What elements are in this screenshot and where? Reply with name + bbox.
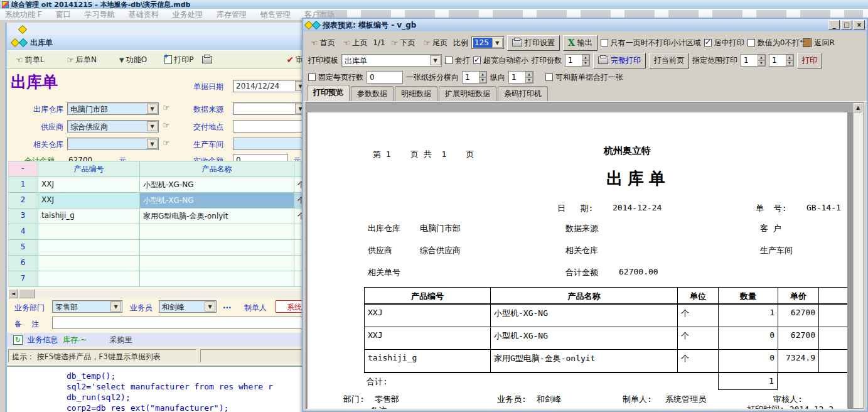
salesman-select[interactable]: 和剑峰 ▼ [159, 300, 217, 313]
spin-down-icon[interactable]: ▼ [479, 77, 486, 83]
checkbox-icon[interactable] [445, 57, 453, 64]
dropdown-arrow-icon[interactable]: ▼ [430, 55, 441, 65]
grid-row-5[interactable]: 5 [8, 240, 328, 256]
menu-business[interactable]: 业务处理 [173, 9, 203, 20]
split-h-stepper[interactable]: 1▲▼ [462, 71, 487, 84]
grid-row-6[interactable]: 6 [8, 256, 328, 271]
tab-detail-data[interactable]: 明细数据 [395, 86, 437, 101]
print-setup-button[interactable]: 打印设置 [507, 35, 560, 51]
cell-name[interactable] [140, 256, 294, 271]
dropdown-arrow-icon[interactable]: ▼ [147, 139, 158, 149]
menu-window[interactable]: 窗口 [56, 9, 71, 20]
cell-code[interactable]: taishiji_g [38, 209, 140, 224]
spin-down-icon[interactable]: ▼ [525, 77, 533, 83]
data-source-select[interactable]: ▼ [233, 102, 307, 115]
dropdown-arrow-icon[interactable]: ▼ [205, 301, 215, 312]
fixed-rows-option[interactable]: 固定每页行数 [308, 72, 363, 83]
cell-code[interactable] [38, 271, 140, 287]
spin-up-icon[interactable]: ▲ [582, 55, 589, 60]
cell-code[interactable] [38, 256, 140, 271]
cell-name[interactable]: 小型机-XG-NG [140, 177, 294, 193]
spin-down-icon[interactable]: ▼ [758, 60, 765, 66]
print-current-page-button[interactable]: 打当前页 [649, 53, 689, 68]
more-button[interactable]: ... [223, 301, 232, 310]
spin-up-icon[interactable]: ▲ [525, 72, 533, 77]
template-select[interactable]: 出库单 ▼ [341, 54, 442, 67]
next-doc-button[interactable]: ☞ 后单N [64, 53, 99, 67]
functions-button[interactable]: ▼ 功能O [117, 53, 149, 67]
split-v-stepper[interactable]: 1▲▼ [508, 71, 533, 84]
hand-pointer-icon[interactable]: ☞ [163, 138, 170, 148]
refresh-icon[interactable]: ↻ [13, 335, 23, 345]
out-wh-select[interactable]: 电脑门市部 ▼ [67, 102, 159, 115]
grid-col-rownum[interactable]: - [8, 161, 38, 177]
menu-system[interactable]: 系统功能 F [5, 9, 42, 20]
print-range-button[interactable]: 打印 [797, 53, 822, 68]
spin-down-icon[interactable]: ▼ [582, 60, 589, 66]
spin-up-icon[interactable]: ▲ [758, 55, 765, 60]
cell-name[interactable]: 家用G型电脑-金奥-onlyit [140, 209, 294, 224]
checkbox-icon[interactable] [747, 39, 755, 46]
copies-stepper[interactable]: 1▲▼ [565, 54, 590, 67]
spin-up-icon[interactable]: ▲ [479, 72, 486, 77]
menu-inventory[interactable]: 库存管理 [217, 9, 247, 20]
grid-horizontal-scrollbar[interactable]: ◄ [8, 289, 328, 298]
cell-code[interactable] [38, 224, 140, 240]
next-page-button[interactable]: ☞下页 [388, 36, 418, 50]
tab-print-preview[interactable]: 打印预览 [307, 85, 350, 101]
maximize-button[interactable]: □ [841, 20, 852, 30]
grid-row-7[interactable]: 7 [8, 271, 328, 287]
dropdown-arrow-icon[interactable]: ▼ [147, 104, 158, 114]
dropdown-arrow-icon[interactable]: ▼ [492, 38, 503, 48]
printer-quick-button[interactable] [200, 55, 215, 65]
prev-page-button[interactable]: ☜上页 [341, 36, 370, 50]
full-print-button[interactable]: 完整打印 [593, 53, 646, 68]
menu-learn[interactable]: 学习导航 [85, 9, 115, 20]
grid-row-4[interactable]: 4 [8, 224, 328, 240]
merge-new-option[interactable]: 可和新单据合打一张 [545, 72, 623, 83]
cell-name[interactable]: 小型机-XG-NG [140, 193, 294, 209]
preview-vertical-scrollbar[interactable]: ▲ [853, 103, 863, 408]
cell-name[interactable] [140, 240, 294, 256]
checkbox-checked-icon[interactable] [704, 39, 712, 46]
tab-extended-detail-data[interactable]: 扩展明细数据 [439, 86, 496, 101]
fixed-rows-input[interactable]: 0 [367, 71, 403, 84]
menu-sales[interactable]: 销售管理 [260, 9, 291, 20]
tab-barcode-printer[interactable]: 条码打印机 [498, 86, 548, 101]
grid-col-name[interactable]: 产品名称 [140, 161, 294, 177]
spin-down-icon[interactable]: ▼ [786, 60, 793, 66]
tab-parameter-data[interactable]: 参数数据 [351, 86, 394, 101]
rel-wh-select[interactable]: ▼ [67, 138, 159, 150]
scroll-left-arrow-icon[interactable]: ◄ [8, 289, 18, 298]
cell-code[interactable]: XXJ [38, 177, 140, 193]
cell-name[interactable] [140, 271, 294, 287]
center-print-option[interactable]: 居中打印 [704, 38, 744, 48]
cell-code[interactable]: XXJ [38, 193, 140, 209]
auto-shrink-option[interactable]: 超宽自动缩小 [473, 55, 528, 66]
doc-date-select[interactable]: 2014/12/24 ▼ [233, 80, 307, 92]
grid-row-1[interactable]: 1 XXJ 小型机-XG-NG 个 [8, 177, 328, 193]
back-button[interactable]: 返回R [803, 38, 834, 48]
supplier-select[interactable]: 综合供应商 ▼ [67, 120, 159, 133]
scale-select[interactable]: 125 ▼ [471, 36, 504, 49]
checkbox-icon[interactable] [308, 73, 316, 81]
business-info-link[interactable]: 业务信息 [28, 335, 58, 345]
grid-col-code[interactable]: 产品编号 [38, 161, 140, 177]
grid-row-2-selected[interactable]: 2 XXJ 小型机-XG-NG 个 [8, 193, 328, 209]
note-input[interactable] [52, 317, 328, 329]
dropdown-arrow-icon[interactable]: ▼ [147, 121, 158, 131]
menu-base-data[interactable]: 基础资料 [129, 9, 159, 20]
checkbox-icon[interactable] [545, 73, 553, 81]
minimize-button[interactable]: _ [828, 20, 840, 30]
export-button[interactable]: X输出 [563, 35, 597, 51]
cell-code[interactable] [38, 240, 140, 256]
skip-zero-option[interactable]: 数值为0不打 [747, 38, 800, 48]
cell-name[interactable] [140, 224, 294, 240]
script-code-panel[interactable]: db_temp(); sql2='select manufacturer fro… [7, 366, 328, 412]
scrollbar-thumb[interactable] [19, 289, 35, 298]
close-button[interactable]: × [854, 20, 865, 30]
spin-up-icon[interactable]: ▲ [786, 55, 793, 60]
prev-doc-button[interactable]: ☜ 前单L [13, 53, 46, 67]
preview-viewport[interactable]: 第 1 页 共 1 页 杭州奥立特 出库单 日 期: 2014-12-24 单 … [306, 102, 864, 409]
dept-select[interactable]: 零售部 ▼ [52, 300, 122, 313]
